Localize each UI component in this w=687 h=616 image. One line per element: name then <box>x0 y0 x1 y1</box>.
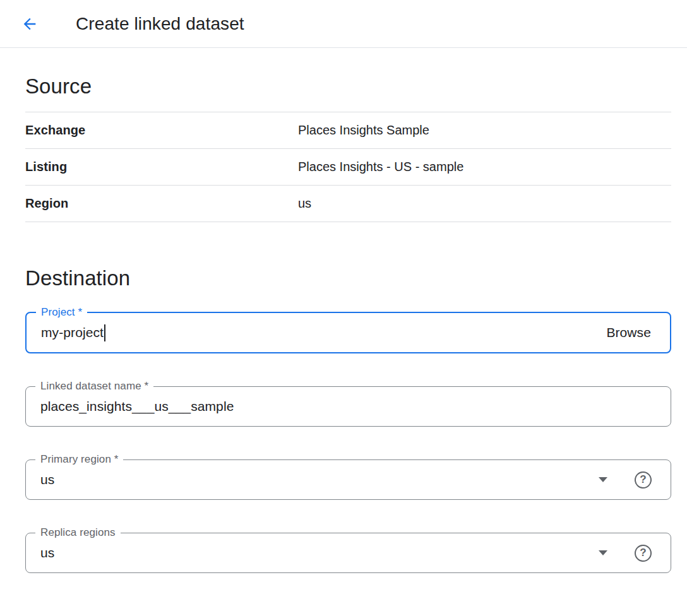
project-field-label: Project * <box>36 306 87 319</box>
project-field-group: Project * my-project Browse <box>25 312 671 353</box>
primary-region-field-group: Primary region * us ? <box>25 459 671 500</box>
region-label: Region <box>25 196 298 211</box>
linked-dataset-name-label: Linked dataset name * <box>35 380 153 393</box>
primary-region-value: us <box>40 472 54 487</box>
browse-button[interactable]: Browse <box>606 325 651 340</box>
source-info-table: Exchange Places Insights Sample Listing … <box>25 112 671 222</box>
help-icon[interactable]: ? <box>635 545 652 562</box>
table-row: Region us <box>25 186 671 222</box>
page-header: Create linked dataset <box>0 0 687 48</box>
linked-dataset-name-field[interactable]: Linked dataset name * places_insights___… <box>25 386 671 427</box>
listing-label: Listing <box>25 160 298 174</box>
replica-regions-value: us <box>40 545 54 560</box>
replica-regions-label: Replica regions <box>35 526 121 539</box>
exchange-label: Exchange <box>25 123 298 138</box>
chevron-down-icon[interactable] <box>599 477 607 482</box>
linked-dataset-name-field-group: Linked dataset name * places_insights___… <box>25 386 671 427</box>
text-cursor <box>104 324 105 341</box>
primary-region-select[interactable]: Primary region * us ? <box>25 459 671 500</box>
main-content: Source Exchange Places Insights Sample L… <box>0 74 687 573</box>
primary-region-label: Primary region * <box>35 453 123 466</box>
project-field[interactable]: Project * my-project Browse <box>25 312 671 353</box>
source-heading: Source <box>25 74 671 98</box>
exchange-value: Places Insights Sample <box>298 123 429 138</box>
listing-value: Places Insights - US - sample <box>298 160 463 174</box>
chevron-down-icon[interactable] <box>599 550 607 555</box>
table-row: Listing Places Insights - US - sample <box>25 149 671 186</box>
back-button[interactable] <box>21 11 46 37</box>
page-title: Create linked dataset <box>76 14 244 34</box>
replica-regions-field-group: Replica regions us ? <box>25 533 671 573</box>
destination-heading: Destination <box>25 266 671 290</box>
linked-dataset-name-input[interactable]: places_insights___us___sample <box>40 399 234 414</box>
table-row: Exchange Places Insights Sample <box>25 112 671 149</box>
project-input[interactable]: my-project <box>41 325 104 340</box>
replica-regions-select[interactable]: Replica regions us ? <box>25 533 671 573</box>
arrow-back-icon <box>21 15 39 33</box>
help-icon[interactable]: ? <box>635 471 652 489</box>
region-value: us <box>298 196 311 211</box>
